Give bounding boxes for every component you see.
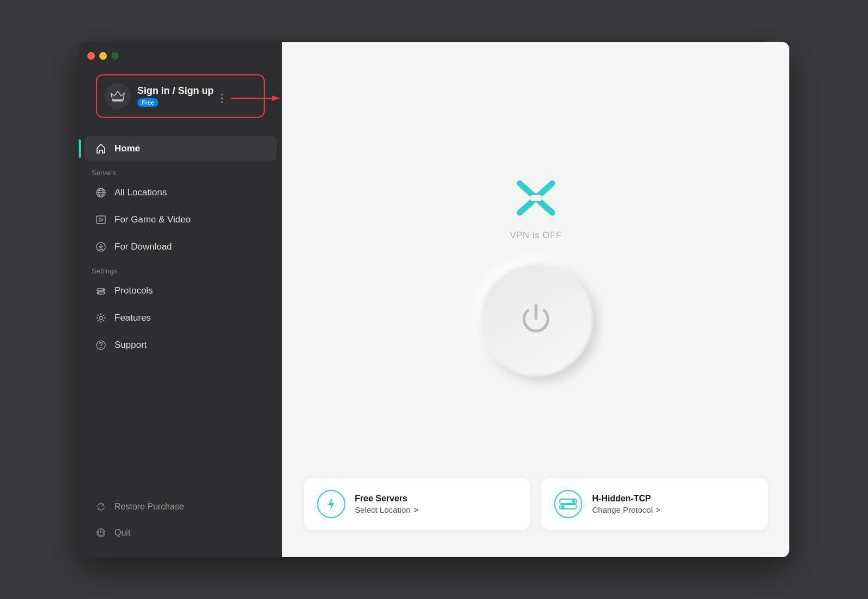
sidebar-item-for-download[interactable]: For Download [84, 234, 277, 259]
sidebar-bottom: Restore Purchase Quit [79, 489, 282, 557]
svg-rect-23 [531, 195, 541, 201]
for-game-video-label: For Game & Video [114, 214, 190, 225]
support-label: Support [114, 340, 147, 351]
annotation-arrow [231, 93, 280, 104]
main-content: VPN is OFF Free Servers [282, 42, 789, 557]
all-locations-label: All Locations [114, 187, 167, 198]
power-icon [517, 300, 555, 340]
protocols-icon [95, 285, 107, 297]
lightning-icon [317, 490, 345, 518]
server-card-text: Free Servers Select Location > [355, 494, 418, 514]
protocol-icon [554, 490, 583, 518]
play-icon [95, 214, 107, 226]
protocol-card-text: H-Hidden-TCP Change Protocol > [592, 494, 661, 514]
protocol-card-subtitle: Change Protocol > [592, 505, 661, 514]
protocol-card[interactable]: H-Hidden-TCP Change Protocol > [541, 478, 768, 530]
sidebar-item-protocols[interactable]: Protocols [84, 278, 277, 303]
svg-point-27 [572, 500, 576, 503]
avatar [105, 83, 131, 109]
sidebar-item-for-game-video[interactable]: For Game & Video [84, 207, 277, 232]
svg-point-17 [99, 316, 103, 320]
download-icon [95, 241, 107, 253]
quit-label: Quit [114, 528, 130, 538]
sidebar-item-features[interactable]: Features [84, 305, 277, 330]
home-label: Home [114, 143, 140, 154]
support-icon [95, 339, 107, 351]
sidebar-item-restore-purchase[interactable]: Restore Purchase [84, 494, 277, 519]
sidebar: Sign in / Sign up Free ⋮ [79, 42, 282, 557]
sidebar-item-support[interactable]: Support [84, 333, 277, 358]
free-servers-card[interactable]: Free Servers Select Location > [304, 478, 531, 530]
servers-section-label: Servers [79, 162, 282, 179]
gear-icon [95, 312, 107, 324]
features-label: Features [114, 313, 151, 323]
sidebar-item-all-locations[interactable]: All Locations [84, 180, 277, 205]
app-window: Sign in / Sign up Free ⋮ [79, 42, 789, 557]
user-badge: Free [137, 98, 158, 107]
server-card-subtitle: Select Location > [355, 505, 418, 514]
protocols-label: Protocols [114, 285, 153, 296]
svg-marker-2 [272, 95, 280, 101]
nav-home-wrapper: Home [84, 136, 277, 161]
vpn-status-text: VPN is OFF [510, 230, 562, 241]
svg-rect-8 [97, 216, 105, 224]
svg-point-19 [100, 347, 101, 348]
protocol-card-title: H-Hidden-TCP [592, 494, 661, 504]
x-logo-icon [514, 179, 558, 217]
close-button[interactable] [87, 52, 95, 60]
svg-point-15 [103, 289, 105, 291]
svg-point-16 [98, 292, 99, 294]
quit-icon [95, 527, 107, 539]
sidebar-item-quit[interactable]: Quit [84, 520, 277, 545]
svg-rect-0 [112, 100, 123, 101]
globe-icon [95, 187, 107, 199]
active-indicator [79, 139, 81, 158]
sidebar-item-home[interactable]: Home [84, 136, 277, 161]
arrow-annotation [231, 93, 280, 104]
svg-marker-24 [328, 498, 334, 510]
minimize-button[interactable] [99, 52, 107, 60]
crown-icon [111, 90, 125, 102]
server-card-title: Free Servers [355, 494, 418, 504]
vpn-logo [514, 179, 558, 219]
svg-marker-9 [100, 218, 103, 221]
power-button[interactable] [479, 263, 593, 377]
zoom-button[interactable] [111, 52, 119, 60]
for-download-label: For Download [114, 241, 172, 252]
home-icon [95, 143, 107, 155]
more-dots[interactable]: ⋮ [216, 93, 228, 104]
restore-purchase-label: Restore Purchase [114, 502, 184, 512]
settings-section-label: Settings [79, 260, 282, 277]
bottom-cards: Free Servers Select Location > [304, 478, 768, 530]
restore-icon [95, 501, 107, 513]
svg-point-28 [561, 505, 565, 508]
titlebar [79, 42, 282, 70]
